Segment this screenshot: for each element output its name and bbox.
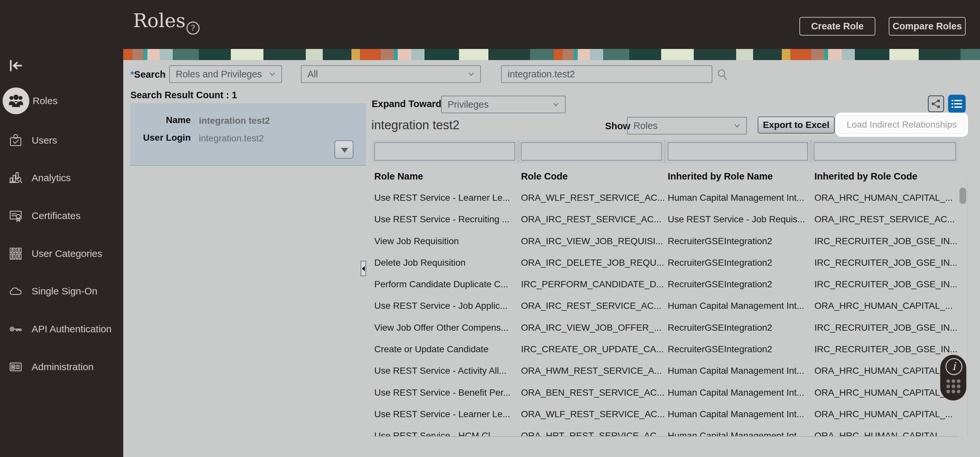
column-header-role-code[interactable]: Role Code	[521, 171, 568, 184]
search-label: *Search	[130, 69, 165, 80]
admin-panel-icon	[9, 360, 22, 374]
chevron-down-icon	[734, 123, 740, 128]
show-label: Show	[605, 121, 630, 131]
floating-help-widget: i	[940, 355, 966, 401]
sidebar-item-single-sign-on[interactable]: Single Sign-On	[0, 276, 123, 306]
filter-input-inherited-by-role-name[interactable]	[668, 142, 808, 161]
table-cell: ORA_HRC_HUMAN_CAPITAL...	[815, 425, 958, 436]
table-row[interactable]: Use REST Service - Learner Le...ORA_WLF_…	[372, 187, 958, 209]
column-separator	[664, 140, 665, 163]
table-cell: ORA_BEN_REST_SERVICE_AC...	[521, 382, 664, 403]
table-cell: IRC_RECRUITER_JOB_GSE_IN...	[815, 273, 958, 295]
table-row[interactable]: Use REST Service - Recruiting ...ORA_IRC…	[372, 209, 958, 230]
chevron-down-icon	[553, 102, 559, 107]
table-cell: ORA_WLF_REST_SERVICE_AC...	[521, 187, 664, 209]
table-cell: RecruiterGSEIntegration2	[668, 317, 811, 339]
table-cell: IRC_RECRUITER_JOB_GSE_IN...	[815, 339, 958, 360]
filter-input-role-code[interactable]	[521, 142, 662, 161]
table-cell: Human Capital Management Int...	[668, 382, 811, 403]
filter-input-inherited-by-role-code[interactable]	[814, 142, 956, 161]
table-cell: ORA_HRT_REST_SERVICE_AC...	[521, 425, 664, 436]
table-cell: RecruiterGSEIntegration2	[668, 230, 811, 252]
selected-role-title: integration test2	[371, 118, 459, 132]
table-row[interactable]: View Job Offer Other Compens...ORA_IRC_V…	[372, 317, 958, 339]
table-cell: Delete Job Requisition	[374, 252, 518, 273]
sidebar-item-analytics[interactable]: Analytics	[0, 163, 123, 193]
required-asterisk: *	[130, 69, 134, 80]
page-title: Roles	[133, 10, 186, 31]
user-grid-icon	[9, 247, 22, 260]
table-row[interactable]: Create or Update CandidateIRC_CREATE_OR_…	[372, 339, 958, 360]
table-row[interactable]: View Job RequisitionORA_IRC_VIEW_JOB_REQ…	[372, 230, 958, 252]
table-cell: IRC_RECRUITER_JOB_GSE_IN...	[815, 317, 958, 339]
table-row[interactable]: Use REST Service - Learner Le...ORA_WLF_…	[372, 403, 958, 425]
table-cell: IRC_RECRUITER_JOB_GSE_IN...	[815, 252, 958, 273]
search-scope-value: Roles and Privileges	[176, 69, 262, 80]
table-cell: Use REST Service - Job Requis...	[668, 209, 811, 230]
table-cell: ORA_HRC_HUMAN_CAPITAL_...	[815, 360, 958, 382]
table-cell: IRC_PERFORM_CANDIDATE_D...	[521, 273, 664, 295]
collapse-left-icon	[362, 266, 365, 271]
sidebar-item-label: Single Sign-On	[32, 276, 97, 306]
expand-toward-select[interactable]: Privileges	[441, 96, 566, 113]
info-icon[interactable]: i	[945, 358, 963, 375]
name-label: Name	[130, 115, 191, 125]
create-role-button[interactable]: Create Role	[799, 17, 875, 35]
graph-view-toggle-button[interactable]	[928, 95, 944, 112]
sidebar-item-user-categories[interactable]: User Categories	[0, 239, 123, 268]
banner-art	[123, 49, 980, 60]
sidebar-item-administration[interactable]: Administration	[0, 352, 123, 382]
column-header-role-name[interactable]: Role Name	[374, 171, 423, 184]
show-select[interactable]: Roles	[627, 117, 747, 134]
search-result-card[interactable]: Name integration test2 User Login integr…	[130, 103, 366, 166]
search-filter-value: All	[307, 69, 318, 80]
dots-grid-icon[interactable]	[947, 379, 961, 393]
list-icon	[951, 99, 962, 108]
filter-input-role-name[interactable]	[374, 142, 515, 161]
table-row[interactable]: Perform Candidate Duplicate C...IRC_PERF…	[372, 273, 958, 295]
table-cell: RecruiterGSEIntegration2	[668, 273, 811, 295]
table-row[interactable]: Use REST Service - HCM Cl...ORA_HRT_REST…	[372, 425, 958, 436]
help-question-icon[interactable]: ?	[186, 22, 199, 35]
search-query-input[interactable]: integration.test2	[501, 65, 712, 83]
sidebar-item-label: Roles	[33, 86, 58, 116]
result-card-dropdown-button[interactable]	[334, 141, 353, 159]
table-cell: ORA_IRC_VIEW_JOB_OFFER_...	[521, 317, 664, 339]
collapse-panel-icon[interactable]	[9, 59, 23, 72]
sidebar-item-certificates[interactable]: Certificates	[0, 201, 123, 231]
table-cell: Perform Candidate Duplicate C...	[374, 273, 518, 295]
table-cell: Use REST Service - Job Applic...	[374, 295, 518, 316]
panel-splitter-handle[interactable]	[361, 261, 366, 276]
sidebar-item-label: Administration	[32, 352, 94, 382]
table-row[interactable]: Delete Job RequisitionORA_IRC_DELETE_JOB…	[372, 252, 958, 273]
network-graph-icon	[931, 99, 941, 109]
user-login-label: User Login	[130, 133, 191, 143]
sidebar-item-label: Certificates	[32, 201, 81, 231]
table-row[interactable]: Use REST Service - Activity All...ORA_HW…	[372, 360, 958, 382]
user-login-value: integration.test2	[199, 133, 264, 144]
chevron-down-icon	[468, 72, 474, 77]
vertical-scrollbar-thumb[interactable]	[959, 188, 966, 204]
table-cell: RecruiterGSEIntegration2	[668, 252, 811, 273]
sidebar-item-api-authentication[interactable]: API Authentication	[0, 314, 123, 344]
show-value: Roles	[633, 120, 657, 131]
table-row[interactable]: Use REST Service - Benefit Per...ORA_BEN…	[372, 382, 958, 403]
export-to-excel-button[interactable]: Export to Excel	[758, 117, 835, 134]
sidebar-item-roles[interactable]: Roles	[0, 86, 123, 116]
column-header-inherited-by-role-code[interactable]: Inherited by Role Code	[815, 171, 917, 184]
table-cell: Human Capital Management Int...	[668, 360, 811, 382]
search-scope-select[interactable]: Roles and Privileges	[169, 65, 282, 83]
column-header-inherited-by-role-name[interactable]: Inherited by Role Name	[668, 171, 773, 184]
table-row[interactable]: Use REST Service - Job Applic...ORA_IRC_…	[372, 295, 958, 316]
sidebar-item-users[interactable]: Users	[0, 125, 123, 155]
search-query-value: integration.test2	[508, 69, 575, 79]
compare-roles-button[interactable]: Compare Roles	[889, 17, 966, 35]
load-indirect-relationships-button[interactable]: Load Indirect Relationships	[838, 115, 965, 134]
sidebar-item-label: Analytics	[32, 163, 71, 193]
user-badge-icon	[9, 134, 22, 147]
search-filter-select[interactable]: All	[301, 65, 481, 83]
table-cell: ORA_HRC_HUMAN_CAPITAL_...	[815, 295, 958, 316]
name-value: integration test2	[199, 115, 270, 126]
list-view-toggle-button[interactable]	[948, 95, 966, 113]
search-icon[interactable]	[717, 69, 728, 80]
